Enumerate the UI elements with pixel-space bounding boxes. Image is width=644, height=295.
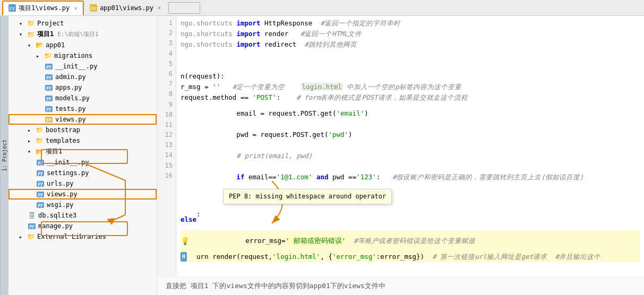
code-line-5	[181, 60, 640, 71]
project-root-label: Project	[37, 20, 64, 27]
migrations-label: migrations	[54, 52, 92, 59]
app01-label: app01	[46, 41, 65, 49]
sidebar-item-views-xm1[interactable]: py views.py	[8, 189, 157, 199]
tab-views-py-app01[interactable]: py app01\views.py ✕	[84, 1, 167, 15]
chevron-right-migrations: ▸	[36, 53, 42, 59]
bottom-annotation-text: 直接把 项目1 下的views文件中的内容剪切到app01下的views文件中	[166, 282, 385, 290]
urls-label: urls.py	[47, 180, 74, 187]
h-marker: H	[181, 252, 187, 262]
code-line-3: ngo.shortcuts import redirect #跳转到其他网页	[181, 39, 640, 50]
py-icon-urls: py	[36, 179, 45, 188]
project-root[interactable]: ▾ 📁 Project	[8, 18, 157, 29]
sidebar-item-init-xm1[interactable]: py __init__.py	[8, 157, 157, 168]
code-line-6: n(request):	[181, 71, 640, 82]
models-label: models.py	[55, 94, 90, 102]
folder-icon-xm1-sub: 📂	[35, 148, 44, 156]
sidebar-item-init-app[interactable]: py __init__.py	[8, 61, 157, 72]
sidebar-item-xm1-root[interactable]: ▾ 📁 项目1 E:\前端\项目1	[8, 29, 157, 40]
py-icon-apps: py	[45, 83, 53, 92]
folder-icon-migrations: 📁	[44, 51, 52, 60]
views-app01-label: views.py	[55, 116, 86, 123]
main-area: 1: Project ▾ 📁 Project ▾ 📁 项目1 E:\前端\项目1	[0, 16, 644, 295]
code-line-7: r_msg = '' #定一个变量为空 login.html 中加入一个空的p标…	[181, 82, 640, 92]
code-line-13: return PEP 8: missing whitespace around …	[181, 188, 640, 209]
code-line-2: ngo.shortcuts import render #返回一个HTML文件	[181, 29, 640, 39]
sidebar-item-xm1-sub[interactable]: ▾ 📂 项目1	[8, 146, 157, 157]
code-line-10: pwd = request.POST.get('pwd')	[181, 124, 640, 145]
sidebar-item-templates[interactable]: ▸ 📁 templates	[8, 135, 157, 146]
sidebar-item-admin[interactable]: py admin.py	[8, 72, 157, 82]
sidebar-item-manage[interactable]: py manage.py	[8, 221, 157, 231]
init-app-label: __init__.py	[55, 63, 97, 70]
sidebar-item-tests[interactable]: py tests.py	[8, 103, 157, 114]
views-xm1-label: views.py	[47, 190, 78, 198]
tests-label: tests.py	[55, 105, 86, 112]
chevron-down-icon: ▾	[19, 21, 25, 27]
pep8-tooltip: PEP 8: missing whitespace around operato…	[223, 189, 392, 204]
tooltip-text: PEP 8: missing whitespace around operato…	[229, 193, 386, 200]
manage-label: manage.py	[38, 222, 73, 230]
sidebar-item-urls[interactable]: py urls.py	[8, 178, 157, 189]
chevron-down-icon-2: ▾	[19, 31, 25, 37]
folder-icon-templates: 📁	[35, 136, 44, 145]
sqlite-icon: 🗄	[28, 211, 36, 220]
wsgi-label: wsgi.py	[47, 201, 74, 209]
sidebar-item-db[interactable]: 🗄 db.sqlite3	[8, 210, 157, 221]
extlibs-label: External Libraries	[37, 233, 106, 240]
py-icon-models: py	[45, 94, 53, 102]
bulb-icon: 💡	[181, 235, 190, 247]
bottom-annotation: 直接把 项目1 下的views文件中的内容剪切到app01下的views文件中	[157, 276, 644, 295]
editor-area: 1 2 3 4 5 6 7 8 9 10 11 12 13 14 15 16	[157, 16, 644, 295]
code-editor[interactable]: ngo.shortcuts import HttpResponse #返回一个指…	[176, 16, 644, 276]
folder-icon-bootstrap: 📁	[35, 126, 44, 134]
code-line-12: if email=='1@1.com' and pwd =='123': #假设…	[181, 167, 640, 188]
code-line-9: email = request.POST.get('email')	[181, 103, 640, 124]
code-line-11: # print(email, pwd)	[181, 145, 640, 167]
root-label: 项目1 E:\前端\项目1	[37, 30, 99, 39]
file-tree-sidebar: ▾ 📁 Project ▾ 📁 项目1 E:\前端\项目1 ▾ 📂 app01	[8, 16, 157, 295]
tab-views-py-project1[interactable]: py 项目1\views.py ✕	[2, 1, 84, 15]
py-file-icon-2: py	[90, 4, 97, 12]
settings-label: settings.py	[47, 169, 89, 177]
chevron-right-bootstrap: ▸	[28, 127, 34, 133]
py-icon-views-app01: py	[45, 115, 53, 124]
py-file-icon: py	[8, 4, 16, 12]
sidebar-item-settings[interactable]: py settings.py	[8, 168, 157, 178]
bootstrap-label: bootstrap	[46, 126, 80, 134]
sidebar-item-models[interactable]: py models.py	[8, 93, 157, 103]
admin-label: admin.py	[55, 73, 86, 81]
py-icon-init-xm1: py	[36, 158, 45, 167]
folder-icon-root: 📁	[27, 30, 35, 39]
sidebar-item-views-app01[interactable]: py views.py	[8, 114, 157, 125]
xm1-sub-label: 项目1	[46, 147, 62, 156]
code-line-8: request.method == 'POST': # form表单的模式是PO…	[181, 92, 640, 103]
chevron-right-extlibs: ▸	[19, 234, 25, 240]
sidebar-item-apps[interactable]: py apps.py	[8, 82, 157, 93]
tab-label-2: app01\views.py	[100, 4, 153, 12]
tab-close-1[interactable]: ✕	[74, 5, 78, 12]
sidebar-item-migrations[interactable]: ▸ 📁 migrations	[8, 50, 157, 61]
apps-label: apps.py	[55, 84, 82, 91]
folder-icon-extlibs: 📁	[27, 232, 35, 241]
py-icon-wsgi: py	[36, 201, 45, 209]
tab-bar: py 项目1\views.py ✕ py app01\views.py ✕	[0, 0, 644, 16]
sidebar-item-bootstrap[interactable]: ▸ 📁 bootstrap	[8, 125, 157, 135]
py-icon-views-xm1: py	[36, 190, 45, 198]
line-numbers: 1 2 3 4 5 6 7 8 9 10 11 12 13 14 15 16	[157, 16, 176, 276]
chevron-right-templates: ▸	[28, 138, 34, 144]
chevron-down-xm1: ▾	[28, 149, 34, 154]
sidebar-item-wsgi[interactable]: py wsgi.py	[8, 199, 157, 210]
sidebar-item-extlibs[interactable]: ▸ 📁 External Libraries	[8, 231, 157, 242]
code-container: 1 2 3 4 5 6 7 8 9 10 11 12 13 14 15 16	[157, 16, 644, 276]
py-icon-settings: py	[36, 169, 45, 177]
tab-close-2[interactable]: ✕	[158, 4, 161, 11]
py-icon-manage: py	[28, 222, 36, 230]
project-panel-label: 1: Project	[0, 16, 8, 295]
folder-icon-app01: 📂	[35, 41, 44, 49]
code-line-15: 💡 error_msg=' 邮箱或密码错误' #等账户或者密码错误是给这个变量赋…	[181, 230, 640, 251]
code-line-1: ngo.shortcuts import HttpResponse #返回一个指…	[181, 18, 640, 29]
sidebar-item-app01[interactable]: ▾ 📂 app01	[8, 40, 157, 50]
tab-new-area	[168, 2, 200, 14]
py-icon-init-app: py	[45, 62, 53, 71]
code-line-16: H urn render(request,'login.html', {'err…	[181, 251, 640, 262]
